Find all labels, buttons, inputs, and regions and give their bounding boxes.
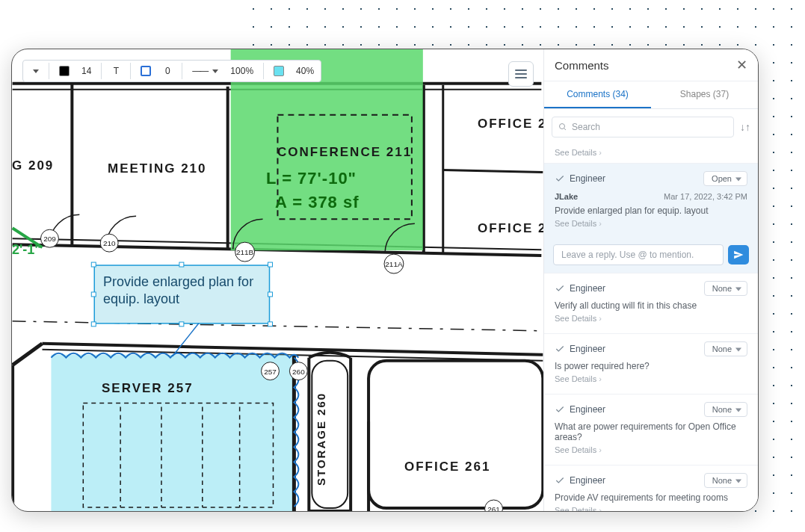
comment-text: Provide enlarged plan for equip. layout bbox=[555, 205, 747, 216]
svg-text:261: 261 bbox=[487, 505, 500, 511]
role-icon bbox=[555, 404, 565, 415]
opacity-1[interactable]: 100% bbox=[226, 62, 258, 80]
room-label-office-lower: OFFICE 2 bbox=[478, 221, 547, 236]
svg-line-14 bbox=[13, 344, 43, 365]
status-dropdown[interactable]: None bbox=[704, 473, 747, 488]
svg-text:211B: 211B bbox=[236, 248, 254, 256]
room-label-server257: SERVER 257 bbox=[102, 381, 194, 396]
svg-line-8 bbox=[443, 170, 543, 172]
see-details-link[interactable]: See Details bbox=[544, 145, 758, 163]
stroke-color-swatch[interactable] bbox=[136, 62, 155, 80]
svg-rect-16 bbox=[51, 355, 294, 511]
opacity-2[interactable]: 40% bbox=[292, 62, 318, 80]
fill-color-2[interactable] bbox=[269, 62, 289, 80]
room-label-office-upper: OFFICE 2 bbox=[478, 117, 547, 132]
role-icon bbox=[555, 475, 565, 486]
text-tool-button[interactable]: T bbox=[107, 62, 125, 80]
comment-item[interactable]: Engineer None What are power requirement… bbox=[544, 394, 758, 465]
status-dropdown[interactable]: None bbox=[704, 402, 747, 417]
measurement-length: L = 77'-10" bbox=[266, 169, 357, 188]
svg-text:257: 257 bbox=[264, 368, 277, 376]
role-icon bbox=[555, 173, 565, 184]
room-label-meeting210: MEETING 210 bbox=[108, 161, 207, 176]
search-icon bbox=[558, 123, 567, 132]
svg-line-35 bbox=[173, 324, 199, 356]
close-icon[interactable]: ✕ bbox=[736, 57, 747, 73]
svg-rect-33 bbox=[91, 292, 96, 297]
comment-item[interactable]: Engineer Open JLake Mar 17, 2022, 3:42 P… bbox=[544, 163, 758, 238]
tab-comments[interactable]: Comments (34) bbox=[544, 81, 651, 108]
svg-rect-24 bbox=[368, 361, 543, 508]
callout-text[interactable]: Provide enlarged plan for equip. layout bbox=[103, 273, 264, 309]
reply-input[interactable]: Leave a reply. Use @ to mention. bbox=[553, 244, 724, 265]
search-input[interactable]: Search bbox=[552, 117, 734, 137]
room-label-storage260: STORAGE 260 bbox=[315, 392, 327, 486]
menu-icon[interactable] bbox=[508, 61, 534, 87]
role-icon bbox=[555, 283, 565, 294]
svg-rect-31 bbox=[179, 322, 184, 327]
room-label-g209: G 209 bbox=[12, 158, 54, 173]
sort-icon[interactable]: ↓↑ bbox=[740, 121, 750, 133]
svg-rect-32 bbox=[268, 322, 273, 327]
markup-toolbar: 14 T 0 —— 100% 40% bbox=[22, 60, 321, 82]
line-style-dropdown[interactable]: —— bbox=[188, 62, 223, 80]
app-window: 209 210 211B 211A 257 260 261 G 209 MEET… bbox=[11, 49, 759, 512]
svg-point-50 bbox=[560, 124, 565, 129]
send-button[interactable] bbox=[728, 245, 749, 265]
comment-timestamp: Mar 17, 2022, 3:42 PM bbox=[664, 192, 747, 201]
svg-rect-27 bbox=[91, 262, 96, 267]
comment-author: JLake bbox=[555, 192, 578, 201]
svg-text:260: 260 bbox=[292, 368, 305, 376]
svg-rect-29 bbox=[268, 262, 273, 267]
send-icon bbox=[733, 250, 744, 260]
svg-rect-34 bbox=[268, 292, 273, 297]
svg-text:210: 210 bbox=[103, 239, 116, 247]
role-icon bbox=[555, 344, 565, 354]
svg-line-51 bbox=[564, 129, 567, 131]
measurement-area: A = 378 sf bbox=[275, 193, 360, 212]
svg-rect-28 bbox=[179, 262, 184, 267]
comment-item[interactable]: Engineer None Is power required here? Se… bbox=[544, 333, 758, 394]
dimension-left: 2'-1" bbox=[12, 242, 41, 258]
tab-shapes[interactable]: Shapes (37) bbox=[651, 81, 758, 108]
see-details-link[interactable]: See Details bbox=[555, 216, 747, 234]
font-family-dropdown[interactable] bbox=[25, 62, 43, 80]
svg-text:209: 209 bbox=[43, 235, 56, 243]
comment-item[interactable]: Engineer None Provide AV requirements fo… bbox=[544, 465, 758, 511]
svg-text:211A: 211A bbox=[385, 260, 403, 268]
font-size-input[interactable]: 14 bbox=[77, 62, 96, 80]
reply-row: Leave a reply. Use @ to mention. bbox=[544, 238, 758, 273]
status-dropdown[interactable]: None bbox=[704, 341, 747, 356]
panel-title: Comments bbox=[555, 59, 609, 72]
comment-role: Engineer bbox=[555, 173, 605, 184]
room-label-conference211: CONFERENCE 211 bbox=[277, 145, 412, 160]
comments-panel: Comments ✕ Comments (34) Shapes (37) Sea… bbox=[543, 49, 758, 511]
comment-item[interactable]: Engineer None Verify all ducting will fi… bbox=[544, 273, 758, 333]
svg-rect-30 bbox=[91, 322, 96, 327]
fill-color-swatch[interactable] bbox=[55, 62, 74, 80]
status-dropdown[interactable]: None bbox=[704, 281, 747, 296]
stroke-width-input[interactable]: 0 bbox=[158, 62, 176, 80]
room-label-office261: OFFICE 261 bbox=[404, 460, 490, 474]
status-dropdown[interactable]: Open bbox=[703, 171, 747, 186]
